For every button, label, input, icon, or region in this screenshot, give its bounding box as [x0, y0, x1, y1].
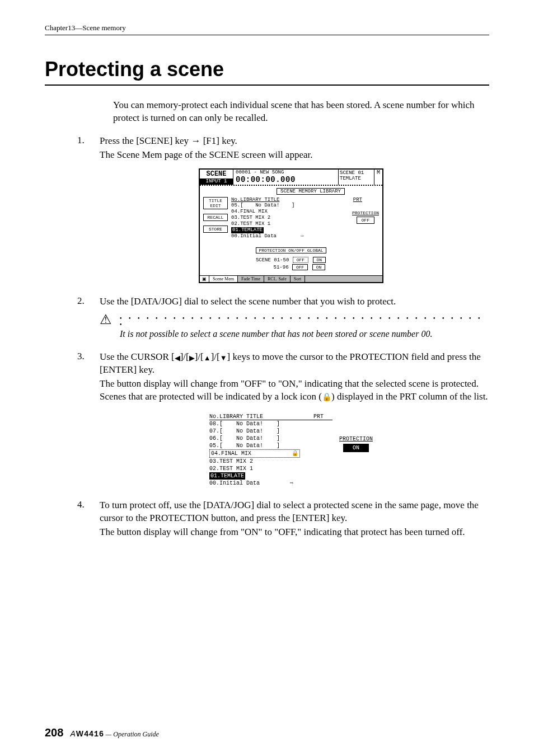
list-row[interactable]: 06.[ No Data! ]: [209, 435, 332, 442]
global-2-off[interactable]: OFF: [292, 264, 308, 270]
warning-icon: ⚠: [100, 312, 112, 327]
list-header-title: No.LIBRARY TITLE: [231, 197, 279, 203]
global-protection-title: PROTECTION ON/OFF GLOBAL: [256, 247, 326, 253]
step-2-head: Use the [DATA/JOG] dial to select the sc…: [100, 295, 489, 308]
list-row[interactable]: 00.Initial Data ⇨: [209, 480, 332, 487]
list2-header-prt: PRT: [313, 414, 324, 420]
page-footer: 208 AW4416 — Operation Guide: [45, 726, 159, 739]
arrow-right-icon: →: [191, 135, 200, 146]
list-row-selected[interactable]: 04.FINAL MIX 🔒: [209, 449, 300, 458]
cursor-left-icon: [175, 353, 180, 363]
step-3-number: 3.: [77, 351, 85, 362]
cursor-right-icon: [189, 353, 195, 363]
page-title: Protecting a scene: [45, 58, 489, 86]
protection-toggle[interactable]: OFF: [357, 217, 374, 224]
screen-name: SCENE: [200, 170, 233, 179]
cursor-down-icon: [220, 353, 227, 363]
protection-label-2: PROTECTION: [339, 436, 373, 442]
model-a: A: [70, 729, 76, 738]
disk-icon: ▣: [200, 276, 209, 282]
list2-header-title: No.LIBRARY TITLE: [209, 414, 263, 420]
scene-screen-screenshot: SCENE INPUT 1 00001 - NEW SONG 00:00:00.…: [199, 168, 383, 283]
global-1-off[interactable]: OFF: [293, 257, 308, 263]
library-list-screenshot: No.LIBRARY TITLE PRT 08.[ No Data! ] 07.…: [209, 414, 373, 487]
page-number: 208: [45, 726, 63, 739]
meter-icon: M: [374, 170, 382, 185]
lock-icon: 🔒: [292, 450, 298, 457]
global-2-on[interactable]: ON: [312, 264, 326, 270]
song-id: 00001 - NEW SONG: [236, 170, 336, 175]
list-row-current[interactable]: 01.TEMLATE: [209, 472, 245, 480]
channel-name: INPUT 1: [200, 179, 233, 185]
step-2: 2. Use the [DATA/JOG] dial to select the…: [93, 295, 489, 340]
intro-text: You can memory-protect each individual s…: [113, 99, 489, 125]
step-4-body: The button display will change from "ON"…: [100, 526, 489, 539]
tab-sort[interactable]: Sort: [291, 276, 305, 282]
step-3-body-b: ) displayed in the PRT column of the lis…: [331, 391, 488, 402]
recall-button[interactable]: RECALL: [203, 214, 228, 221]
step-3-head-a: Use the CURSOR [: [100, 351, 175, 362]
global-range-1: SCENE 01-50: [256, 257, 289, 263]
lock-icon: 🔒: [322, 393, 331, 401]
list-row[interactable]: 05.[ No Data! ]: [231, 203, 379, 209]
step-2-number: 2.: [77, 295, 85, 307]
title-edit-button[interactable]: TITLE EDIT: [203, 197, 228, 209]
sep: ]/[: [195, 351, 204, 362]
sep: ]/[: [180, 351, 189, 362]
model-num: 4416: [84, 730, 104, 739]
list-row[interactable]: 07.[ No Data! ]: [209, 428, 332, 435]
global-range-2: 51-96: [256, 265, 289, 270]
list-row[interactable]: 02.TEST MIX 1: [209, 465, 332, 472]
protection-label: PROTECTION: [352, 210, 379, 215]
list-row[interactable]: 05.[ No Data! ]: [209, 442, 332, 449]
cursor-up-icon: [204, 353, 211, 363]
caution-text: It is not possible to select a scene num…: [120, 328, 489, 340]
library-title: SCENE MEMORY LIBRARY: [277, 188, 345, 195]
list-row[interactable]: 03.TEST MIX 2: [209, 458, 332, 465]
step-1-head-b: [F1] key.: [200, 135, 237, 146]
step-1-number: 1.: [77, 135, 85, 146]
tab-rcl-safe[interactable]: RCL. Safe: [264, 276, 291, 282]
sep: ]/[: [211, 351, 220, 362]
step-4-number: 4.: [77, 499, 85, 510]
current-scene-no: SCENE 01: [340, 170, 373, 176]
caution-divider: • • • • • • • • • • • • • • • • • • • • …: [120, 315, 489, 327]
step-1-body: The Scene Mem page of the SCENE screen w…: [100, 149, 489, 162]
tab-scene-mem[interactable]: Scene Mem: [209, 276, 238, 282]
step-1-head-a: Press the [SCENE] key: [100, 135, 191, 146]
step-4: 4. To turn protect off, use the [DATA/JO…: [93, 499, 489, 539]
model-w: W: [76, 729, 84, 738]
step-4-head: To turn protect off, use the [DATA/JOG] …: [100, 499, 489, 525]
list-row[interactable]: 00.Initial Data ⇨: [231, 233, 379, 240]
step-3: 3. Use the CURSOR []/[]/[]/[] keys to mo…: [93, 351, 489, 487]
chapter-header: Chapter13—Scene memory: [45, 24, 489, 35]
list-row-selected[interactable]: 01.TEMLATE: [231, 227, 264, 233]
protection-on-button[interactable]: ON: [343, 444, 369, 452]
store-button[interactable]: STORE: [203, 226, 228, 233]
list-row[interactable]: 08.[ No Data! ]: [209, 420, 332, 428]
tab-fade-time[interactable]: Fade Time: [238, 276, 264, 282]
step-1: 1. Press the [SCENE] key → [F1] key. The…: [93, 135, 489, 283]
timecode: 00:00:00.000: [236, 175, 336, 184]
current-scene-name: TEMLATE: [340, 176, 373, 181]
list-header-prt: PRT: [353, 197, 362, 203]
guide-label: — Operation Guide: [104, 730, 159, 738]
global-1-on[interactable]: ON: [313, 257, 326, 263]
